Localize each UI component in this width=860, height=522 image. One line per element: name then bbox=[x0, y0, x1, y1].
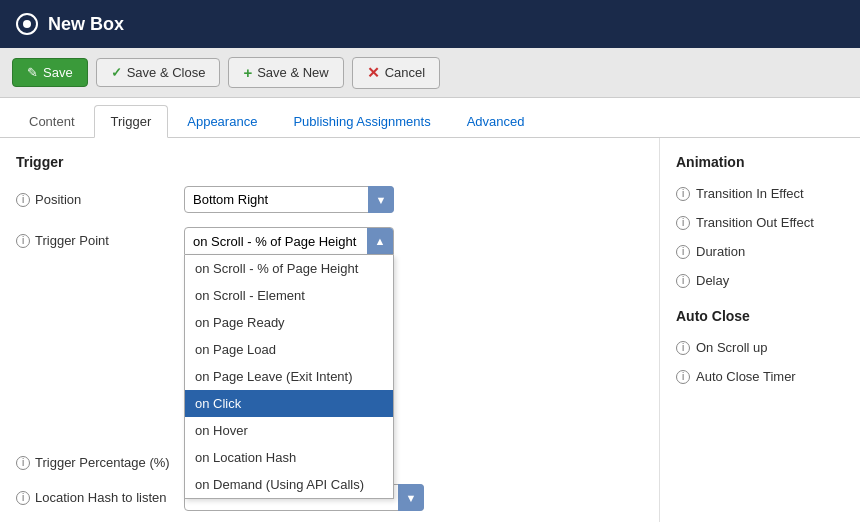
dropdown-item-page-leave[interactable]: on Page Leave (Exit Intent) bbox=[185, 363, 393, 390]
transition-in-row: i Transition In Effect bbox=[676, 186, 844, 201]
position-label: i Position bbox=[16, 192, 176, 207]
header: New Box bbox=[0, 0, 860, 48]
delay-row: i Delay bbox=[676, 273, 844, 288]
auto-close-title: Auto Close bbox=[676, 308, 844, 324]
dropdown-item-page-load[interactable]: on Page Load bbox=[185, 336, 393, 363]
tab-trigger[interactable]: Trigger bbox=[94, 105, 169, 138]
transition-in-label: Transition In Effect bbox=[696, 186, 804, 201]
on-scroll-up-info-icon[interactable]: i bbox=[676, 341, 690, 355]
duration-label: Duration bbox=[696, 244, 745, 259]
cancel-button[interactable]: ✕ Cancel bbox=[352, 57, 440, 89]
delay-label: Delay bbox=[696, 273, 729, 288]
page-title: New Box bbox=[48, 14, 124, 35]
transition-out-info-icon[interactable]: i bbox=[676, 216, 690, 230]
tab-appearance[interactable]: Appearance bbox=[170, 105, 274, 137]
position-select[interactable]: Bottom Right bbox=[184, 186, 394, 213]
tab-advanced[interactable]: Advanced bbox=[450, 105, 542, 137]
trigger-point-trigger[interactable]: on Scroll - % of Page Height ▲ bbox=[184, 227, 394, 255]
trigger-point-label: i Trigger Point bbox=[16, 227, 176, 248]
transition-out-label: Transition Out Effect bbox=[696, 215, 814, 230]
on-scroll-up-label: On Scroll up bbox=[696, 340, 768, 355]
left-panel: Trigger i Position Bottom Right ▼ i Trig… bbox=[0, 138, 660, 522]
position-info-icon[interactable]: i bbox=[16, 193, 30, 207]
tab-bar: Content Trigger Appearance Publishing As… bbox=[0, 98, 860, 138]
save-new-button[interactable]: + Save & New bbox=[228, 57, 343, 88]
header-icon bbox=[16, 13, 38, 35]
trigger-percentage-label: i Trigger Percentage (%) bbox=[16, 455, 176, 470]
save-close-button[interactable]: ✓ Save & Close bbox=[96, 58, 221, 87]
delay-info-icon[interactable]: i bbox=[676, 274, 690, 288]
duration-row: i Duration bbox=[676, 244, 844, 259]
position-select-wrapper: Bottom Right ▼ bbox=[184, 186, 394, 213]
toolbar: ✎ Save ✓ Save & Close + Save & New ✕ Can… bbox=[0, 48, 860, 98]
dropdown-item-on-click[interactable]: on Click bbox=[185, 390, 393, 417]
trigger-point-info-icon[interactable]: i bbox=[16, 234, 30, 248]
save-button[interactable]: ✎ Save bbox=[12, 58, 88, 87]
dropdown-item-scroll-page[interactable]: on Scroll - % of Page Height bbox=[185, 255, 393, 282]
duration-info-icon[interactable]: i bbox=[676, 245, 690, 259]
trigger-point-dropdown: on Scroll - % of Page Height ▲ on Scroll… bbox=[184, 227, 394, 255]
auto-close-section: Auto Close i On Scroll up i Auto Close T… bbox=[676, 308, 844, 384]
tab-publishing[interactable]: Publishing Assignments bbox=[276, 105, 447, 137]
trigger-point-dropdown-list: on Scroll - % of Page Height on Scroll -… bbox=[184, 255, 394, 499]
transition-in-info-icon[interactable]: i bbox=[676, 187, 690, 201]
edit-icon: ✎ bbox=[27, 65, 38, 80]
trigger-point-field-row: i Trigger Point on Scroll - % of Page He… bbox=[16, 227, 643, 255]
location-hash-label: i Location Hash to listen bbox=[16, 490, 176, 505]
trigger-point-arrow[interactable]: ▲ bbox=[367, 228, 393, 254]
check-icon: ✓ bbox=[111, 65, 122, 80]
on-scroll-up-row: i On Scroll up bbox=[676, 340, 844, 355]
location-hash-info-icon[interactable]: i bbox=[16, 491, 30, 505]
x-icon: ✕ bbox=[367, 64, 380, 82]
auto-close-timer-row: i Auto Close Timer bbox=[676, 369, 844, 384]
dropdown-item-location-hash[interactable]: on Location Hash bbox=[185, 444, 393, 471]
right-panel: Animation i Transition In Effect i Trans… bbox=[660, 138, 860, 522]
dropdown-item-page-ready[interactable]: on Page Ready bbox=[185, 309, 393, 336]
transition-out-row: i Transition Out Effect bbox=[676, 215, 844, 230]
trigger-point-value: on Scroll - % of Page Height bbox=[193, 234, 356, 249]
dropdown-item-scroll-element[interactable]: on Scroll - Element bbox=[185, 282, 393, 309]
main-content: Trigger i Position Bottom Right ▼ i Trig… bbox=[0, 138, 860, 522]
animation-section-title: Animation bbox=[676, 154, 844, 170]
dropdown-item-on-demand[interactable]: on Demand (Using API Calls) bbox=[185, 471, 393, 498]
dropdown-item-on-hover[interactable]: on Hover bbox=[185, 417, 393, 444]
trigger-section-title: Trigger bbox=[16, 154, 643, 170]
auto-close-timer-label: Auto Close Timer bbox=[696, 369, 796, 384]
position-field-row: i Position Bottom Right ▼ bbox=[16, 186, 643, 213]
tab-content[interactable]: Content bbox=[12, 105, 92, 137]
auto-close-timer-info-icon[interactable]: i bbox=[676, 370, 690, 384]
trigger-percentage-info-icon[interactable]: i bbox=[16, 456, 30, 470]
plus-icon: + bbox=[243, 64, 252, 81]
